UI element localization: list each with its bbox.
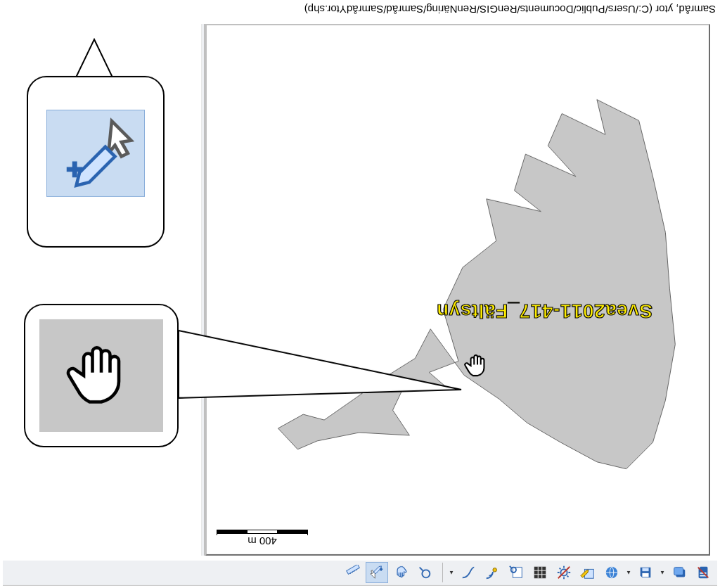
- callout-cursor-enlarged: [24, 304, 179, 447]
- measure-icon[interactable]: [342, 563, 364, 584]
- callout-leader-2: [73, 39, 115, 82]
- select-edit-vertex-enlarged-icon: [57, 115, 134, 192]
- edit-layer-icon[interactable]: [577, 563, 599, 584]
- select-edit-vertex-icon[interactable]: [366, 563, 388, 584]
- hand-cursor-enlarged-icon: [66, 333, 136, 418]
- dropdown-arrow-icon[interactable]: ▲: [658, 563, 667, 584]
- hand-cursor-icon: [464, 350, 491, 381]
- svg-rect-1: [674, 568, 683, 575]
- find-layer-icon[interactable]: [505, 563, 527, 584]
- stack-icon[interactable]: [668, 563, 690, 584]
- dropdown-arrow-icon[interactable]: ▲: [447, 563, 456, 584]
- dropdown-arrow-icon[interactable]: ▲: [624, 563, 633, 584]
- svg-point-10: [493, 568, 497, 573]
- callout-toolbar-button: [27, 76, 165, 248]
- svg-rect-7: [534, 567, 546, 579]
- zoom-icon[interactable]: [413, 563, 436, 584]
- feature-label: Svea2011-417_Fältsyn: [437, 300, 652, 322]
- window-title: Samråd, ytor (C:/Users/Public/Documents/…: [4, 1, 716, 18]
- toolbar-separator: [440, 563, 443, 583]
- grid-icon[interactable]: [529, 563, 551, 584]
- svg-rect-3: [642, 568, 648, 572]
- svg-rect-2: [642, 573, 648, 577]
- layers-gear-icon[interactable]: [553, 563, 575, 584]
- svg-point-11: [422, 570, 430, 578]
- svg-rect-12: [347, 565, 360, 575]
- globe-icon[interactable]: [600, 563, 623, 584]
- callout-cursor-content: [39, 319, 163, 432]
- callout-leader-1: [166, 314, 461, 398]
- scroll-annotate-icon[interactable]: [692, 563, 714, 584]
- gps-satellite-icon[interactable]: [481, 563, 503, 584]
- app-root: Samråd, ytor (C:/Users/Public/Documents/…: [0, 0, 720, 588]
- window-title-text: Samråd, ytor (C:/Users/Public/Documents/…: [304, 4, 716, 16]
- curve-icon[interactable]: [457, 563, 480, 584]
- save-icon[interactable]: [634, 563, 657, 584]
- callout-toolbar-button-content: [46, 110, 145, 197]
- toolbar: ▲ ▲ ▲: [3, 561, 717, 586]
- pan-hand-icon[interactable]: [390, 563, 412, 584]
